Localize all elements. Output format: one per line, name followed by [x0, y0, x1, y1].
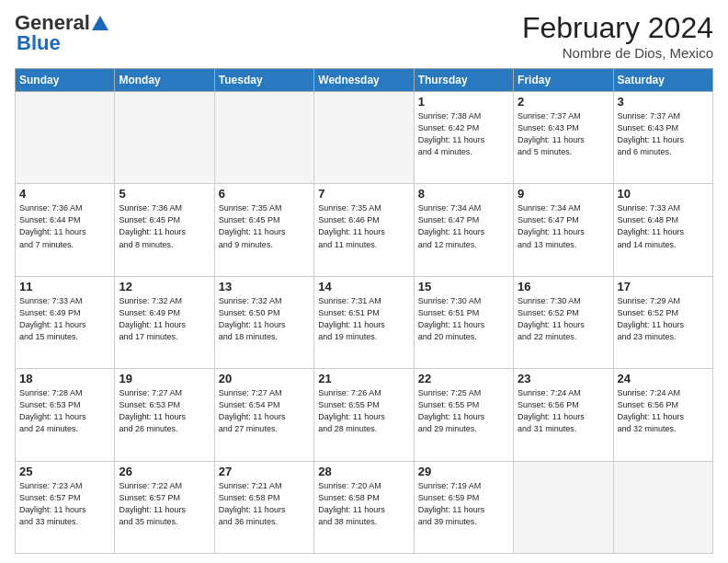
day-number: 27 — [219, 465, 310, 478]
day-info: Sunrise: 7:33 AMSunset: 6:49 PMDaylight:… — [19, 295, 110, 343]
col-header-monday: Monday — [115, 69, 214, 92]
day-info: Sunrise: 7:33 AMSunset: 6:48 PMDaylight:… — [618, 202, 709, 250]
day-cell: 4Sunrise: 7:36 AMSunset: 6:44 PMDaylight… — [16, 184, 115, 276]
day-cell: 9Sunrise: 7:34 AMSunset: 6:47 PMDaylight… — [514, 184, 613, 276]
day-cell: 15Sunrise: 7:30 AMSunset: 6:51 PMDayligh… — [414, 276, 513, 368]
col-header-saturday: Saturday — [613, 69, 712, 92]
day-info: Sunrise: 7:21 AMSunset: 6:58 PMDaylight:… — [219, 480, 310, 528]
day-cell — [514, 461, 613, 553]
col-header-wednesday: Wednesday — [314, 69, 414, 92]
day-number: 10 — [618, 187, 709, 201]
day-info: Sunrise: 7:35 AMSunset: 6:46 PMDaylight:… — [318, 202, 409, 250]
calendar-table: SundayMondayTuesdayWednesdayThursdayFrid… — [15, 68, 713, 554]
day-number: 9 — [518, 187, 609, 201]
day-info: Sunrise: 7:28 AMSunset: 6:53 PMDaylight:… — [19, 387, 110, 435]
day-number: 1 — [418, 95, 509, 109]
day-cell — [214, 92, 313, 184]
day-info: Sunrise: 7:32 AMSunset: 6:49 PMDaylight:… — [119, 295, 210, 343]
day-info: Sunrise: 7:20 AMSunset: 6:58 PMDaylight:… — [318, 480, 409, 528]
day-number: 12 — [119, 280, 210, 293]
day-cell: 24Sunrise: 7:24 AMSunset: 6:56 PMDayligh… — [613, 369, 712, 461]
day-cell: 8Sunrise: 7:34 AMSunset: 6:47 PMDaylight… — [414, 184, 513, 276]
day-cell — [16, 92, 115, 184]
day-cell — [115, 92, 214, 184]
day-number: 25 — [19, 465, 110, 478]
day-info: Sunrise: 7:30 AMSunset: 6:52 PMDaylight:… — [518, 295, 609, 343]
day-number: 7 — [318, 187, 409, 201]
day-cell — [613, 461, 712, 553]
day-info: Sunrise: 7:36 AMSunset: 6:45 PMDaylight:… — [119, 202, 210, 250]
day-info: Sunrise: 7:35 AMSunset: 6:45 PMDaylight:… — [219, 202, 310, 250]
header: General Blue February 2024 Nombre de Dio… — [15, 11, 713, 61]
day-number: 13 — [219, 280, 310, 293]
day-number: 6 — [219, 187, 310, 201]
day-info: Sunrise: 7:37 AMSunset: 6:43 PMDaylight:… — [518, 110, 609, 158]
day-number: 15 — [418, 280, 509, 293]
day-number: 22 — [418, 372, 509, 385]
day-number: 21 — [318, 372, 409, 385]
day-cell: 25Sunrise: 7:23 AMSunset: 6:57 PMDayligh… — [16, 461, 115, 553]
day-cell: 27Sunrise: 7:21 AMSunset: 6:58 PMDayligh… — [214, 461, 313, 553]
day-info: Sunrise: 7:32 AMSunset: 6:50 PMDaylight:… — [219, 295, 310, 343]
day-info: Sunrise: 7:27 AMSunset: 6:54 PMDaylight:… — [219, 387, 310, 435]
week-row-5: 25Sunrise: 7:23 AMSunset: 6:57 PMDayligh… — [16, 461, 713, 553]
day-info: Sunrise: 7:19 AMSunset: 6:59 PMDaylight:… — [418, 480, 509, 528]
day-cell: 17Sunrise: 7:29 AMSunset: 6:52 PMDayligh… — [613, 276, 712, 368]
calendar-subtitle: Nombre de Dios, Mexico — [522, 45, 713, 61]
day-cell: 11Sunrise: 7:33 AMSunset: 6:49 PMDayligh… — [16, 276, 115, 368]
page: General Blue February 2024 Nombre de Dio… — [0, 0, 728, 563]
day-cell: 26Sunrise: 7:22 AMSunset: 6:57 PMDayligh… — [115, 461, 214, 553]
day-number: 23 — [518, 372, 609, 385]
day-info: Sunrise: 7:36 AMSunset: 6:44 PMDaylight:… — [19, 202, 110, 250]
day-info: Sunrise: 7:37 AMSunset: 6:43 PMDaylight:… — [618, 110, 709, 158]
col-header-tuesday: Tuesday — [214, 69, 313, 92]
day-number: 29 — [418, 465, 509, 478]
day-number: 14 — [318, 280, 409, 293]
col-header-thursday: Thursday — [414, 69, 513, 92]
day-number: 16 — [518, 280, 609, 293]
logo-blue-text: Blue — [17, 31, 61, 55]
day-info: Sunrise: 7:26 AMSunset: 6:55 PMDaylight:… — [318, 387, 409, 435]
day-cell: 19Sunrise: 7:27 AMSunset: 6:53 PMDayligh… — [115, 369, 214, 461]
day-cell: 10Sunrise: 7:33 AMSunset: 6:48 PMDayligh… — [613, 184, 712, 276]
week-row-4: 18Sunrise: 7:28 AMSunset: 6:53 PMDayligh… — [16, 369, 713, 461]
col-header-sunday: Sunday — [16, 69, 115, 92]
day-cell: 5Sunrise: 7:36 AMSunset: 6:45 PMDaylight… — [115, 184, 214, 276]
day-cell: 29Sunrise: 7:19 AMSunset: 6:59 PMDayligh… — [414, 461, 513, 553]
day-number: 4 — [19, 187, 110, 201]
day-number: 28 — [318, 465, 409, 478]
day-cell: 3Sunrise: 7:37 AMSunset: 6:43 PMDaylight… — [613, 92, 712, 184]
day-cell: 22Sunrise: 7:25 AMSunset: 6:55 PMDayligh… — [414, 369, 513, 461]
day-cell: 1Sunrise: 7:38 AMSunset: 6:42 PMDaylight… — [414, 92, 513, 184]
day-info: Sunrise: 7:24 AMSunset: 6:56 PMDaylight:… — [618, 387, 709, 435]
day-cell: 7Sunrise: 7:35 AMSunset: 6:46 PMDaylight… — [314, 184, 414, 276]
day-cell: 20Sunrise: 7:27 AMSunset: 6:54 PMDayligh… — [214, 369, 313, 461]
day-cell: 14Sunrise: 7:31 AMSunset: 6:51 PMDayligh… — [314, 276, 414, 368]
day-number: 19 — [119, 372, 210, 385]
day-number: 5 — [119, 187, 210, 201]
day-info: Sunrise: 7:24 AMSunset: 6:56 PMDaylight:… — [518, 387, 609, 435]
header-row: SundayMondayTuesdayWednesdayThursdayFrid… — [16, 69, 713, 92]
day-cell: 2Sunrise: 7:37 AMSunset: 6:43 PMDaylight… — [514, 92, 613, 184]
day-number: 3 — [618, 95, 709, 109]
calendar-title: February 2024 — [522, 11, 713, 45]
day-number: 24 — [618, 372, 709, 385]
day-info: Sunrise: 7:25 AMSunset: 6:55 PMDaylight:… — [418, 387, 509, 435]
day-cell: 21Sunrise: 7:26 AMSunset: 6:55 PMDayligh… — [314, 369, 414, 461]
day-info: Sunrise: 7:34 AMSunset: 6:47 PMDaylight:… — [518, 202, 609, 250]
day-info: Sunrise: 7:31 AMSunset: 6:51 PMDaylight:… — [318, 295, 409, 343]
day-cell: 16Sunrise: 7:30 AMSunset: 6:52 PMDayligh… — [514, 276, 613, 368]
day-info: Sunrise: 7:30 AMSunset: 6:51 PMDaylight:… — [418, 295, 509, 343]
week-row-3: 11Sunrise: 7:33 AMSunset: 6:49 PMDayligh… — [16, 276, 713, 368]
day-number: 2 — [518, 95, 609, 109]
day-cell: 6Sunrise: 7:35 AMSunset: 6:45 PMDaylight… — [214, 184, 313, 276]
day-cell: 12Sunrise: 7:32 AMSunset: 6:49 PMDayligh… — [115, 276, 214, 368]
day-cell: 13Sunrise: 7:32 AMSunset: 6:50 PMDayligh… — [214, 276, 313, 368]
day-number: 18 — [19, 372, 110, 385]
day-info: Sunrise: 7:34 AMSunset: 6:47 PMDaylight:… — [418, 202, 509, 250]
col-header-friday: Friday — [514, 69, 613, 92]
day-number: 11 — [19, 280, 110, 293]
logo-triangle-icon — [92, 16, 108, 30]
day-cell: 23Sunrise: 7:24 AMSunset: 6:56 PMDayligh… — [514, 369, 613, 461]
day-number: 8 — [418, 187, 509, 201]
